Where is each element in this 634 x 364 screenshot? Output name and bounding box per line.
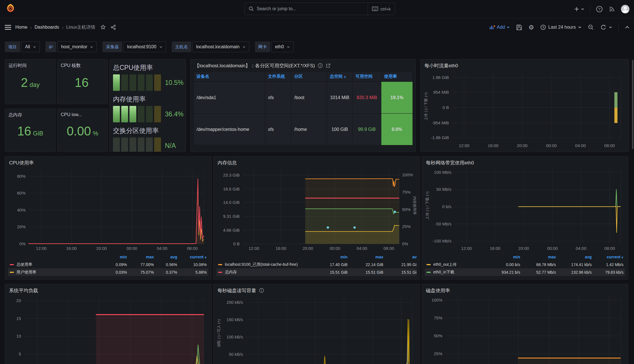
- legend-value: 15.51 GiB: [348, 270, 383, 275]
- panel-title[interactable]: CPU使用率: [8, 159, 208, 167]
- divider: [618, 23, 619, 31]
- panel-title[interactable]: 系统平均负载: [8, 286, 208, 294]
- col-usage[interactable]: 使用率: [381, 72, 413, 82]
- disk-usage-chart[interactable]: 100%75%50%25%0%12:0016:0020:0000:0004:00…: [425, 294, 625, 364]
- panel-title[interactable]: CPU 核数: [60, 62, 105, 70]
- star-icon[interactable]: [100, 24, 106, 30]
- panel-title[interactable]: 运行时间: [8, 62, 53, 70]
- svg-text:50 Mb/s: 50 Mb/s: [436, 187, 451, 192]
- legend-col-min[interactable]: min: [312, 255, 348, 259]
- top-nav-bar: Search or jump to... ctrl+k ?: [0, 0, 634, 18]
- breadcrumb-dashboards[interactable]: Dashboards: [35, 25, 59, 30]
- network-bandwidth-chart[interactable]: 上传 (-) / 下载 (+) 100 Mb/s50 Mb/s0 b/s-50 …: [425, 167, 625, 252]
- variable-select-project[interactable]: All: [21, 41, 40, 52]
- settings-gear-icon[interactable]: ⚙: [528, 24, 534, 31]
- col-device[interactable]: 设备名: [194, 72, 265, 82]
- cell-fs: xfs: [265, 114, 291, 145]
- col-filesystem[interactable]: 文件系统: [265, 72, 291, 82]
- svg-text:4.66 GiB: 4.66 GiB: [223, 228, 240, 233]
- memory-info-chart[interactable]: 内存使用率 23.3 GiB18.6 GiB14.0 GiB9.31 GiB4.…: [216, 167, 417, 252]
- system-load-chart[interactable]: 2015105012:0016:0020:0000:0004:0008:00: [8, 294, 208, 364]
- panel-title[interactable]: 磁盘使用率: [425, 286, 625, 294]
- legend-row: 用户使用率0.03%75.07%0.37%5.88%: [8, 268, 208, 276]
- panel-disk-usage: 磁盘使用率 100%75%50%25%0%12:0016:0020:0000:0…: [422, 284, 628, 364]
- collapse-up-icon[interactable]: [625, 26, 629, 29]
- panel-title[interactable]: 【localhost.localdomain】：各分区可用空间(EXT.*/XF…: [193, 62, 413, 70]
- series-name[interactable]: 总使用率: [16, 262, 32, 267]
- legend-col-max[interactable]: max: [520, 255, 556, 259]
- help-icon[interactable]: ?: [596, 6, 603, 12]
- panel-title[interactable]: CPU iow...: [60, 111, 105, 118]
- search-input[interactable]: Search or jump to... ctrl+k: [244, 3, 395, 15]
- disk-io-chart[interactable]: 读取 (-) / 写入 (+) 200 kB/s150 kB/s100 kB/s…: [216, 294, 417, 364]
- menu-icon[interactable]: [5, 24, 11, 30]
- legend-col-min[interactable]: min: [101, 255, 127, 259]
- cell-mount: /boot: [291, 82, 327, 114]
- panel-title[interactable]: 每秒网络带宽使用eth0: [425, 159, 625, 167]
- panel-network-bandwidth: 每秒网络带宽使用eth0 上传 (-) / 下载 (+) 100 Mb/s50 …: [422, 156, 628, 280]
- series-name[interactable]: eth0_in下载: [433, 270, 454, 275]
- legend-col-avg[interactable]: avg: [383, 255, 417, 259]
- svg-text:20:00: 20:00: [517, 143, 528, 148]
- cell-device: /dev/mapper/centos-home: [194, 114, 265, 145]
- series-name[interactable]: eth0_out上传: [433, 262, 457, 267]
- add-button[interactable]: Add: [489, 25, 510, 30]
- series-color-swatch: [426, 272, 431, 273]
- series-color-swatch: [426, 264, 431, 265]
- panel-title[interactable]: 每秒磁盘读写容量: [216, 286, 417, 294]
- legend-col-current[interactable]: current∨: [177, 255, 207, 259]
- panel-title[interactable]: 总内存: [8, 111, 53, 119]
- breadcrumb-home[interactable]: Home: [15, 25, 28, 30]
- svg-text:50 kB/s: 50 kB/s: [229, 352, 243, 357]
- cell-device: /dev/sda1: [194, 82, 265, 114]
- new-button[interactable]: [574, 7, 584, 12]
- info-icon[interactable]: [318, 63, 323, 68]
- hourly-traffic-chart[interactable]: 上传 (-) / 下载 (+) 1.86 GiB954 MiB0 B-954 M…: [423, 71, 626, 149]
- time-range-picker[interactable]: Last 24 hours: [540, 24, 581, 30]
- svg-text:100%: 100%: [432, 298, 442, 302]
- grafana-logo[interactable]: [6, 3, 15, 12]
- panel-title[interactable]: 每小时流量eth0: [423, 62, 626, 70]
- user-avatar[interactable]: [621, 5, 629, 13]
- variable-select-collector[interactable]: localhost:9100: [123, 41, 166, 52]
- series-name[interactable]: 用户使用率: [16, 270, 36, 275]
- uptime-value: 2day: [5, 76, 55, 90]
- series-name[interactable]: localhost:9100_已用(total-cache-buf-free): [225, 262, 298, 267]
- share-icon[interactable]: [110, 24, 116, 30]
- panel-title[interactable]: 内存信息: [216, 159, 417, 167]
- legend-col-avg[interactable]: avg: [556, 255, 592, 259]
- svg-text:60%: 60%: [17, 191, 26, 195]
- gauge-cell: [146, 106, 153, 122]
- news-rss-icon[interactable]: [608, 6, 615, 12]
- variable-select-hostname[interactable]: localhost.localdomain: [192, 41, 249, 52]
- save-icon[interactable]: [516, 24, 522, 30]
- series-name[interactable]: 总内存: [225, 270, 237, 275]
- svg-text:12:00: 12:00: [461, 246, 472, 251]
- col-total[interactable]: 总空间∧: [327, 72, 352, 82]
- legend-col-avg[interactable]: avg: [154, 255, 177, 259]
- legend-value: 0.00 b/s: [487, 262, 520, 267]
- col-partition[interactable]: 分区: [291, 72, 327, 82]
- legend-col-current[interactable]: current∨: [592, 255, 623, 259]
- legend-col-max[interactable]: max: [348, 255, 383, 259]
- cpu-cores-value: 16: [57, 76, 108, 90]
- gauge-cell: [154, 74, 161, 91]
- refresh-button[interactable]: [600, 24, 612, 30]
- col-available[interactable]: 可用空间: [353, 72, 381, 82]
- cpu-usage-chart[interactable]: 80%60%40%20%0%12:0016:0020:0000:0004:000…: [8, 167, 208, 252]
- variable-select-nic[interactable]: eth0: [271, 41, 294, 52]
- external-link-icon[interactable]: [326, 63, 331, 68]
- legend-value: 0.09%: [101, 262, 127, 267]
- legend-col-min[interactable]: min: [487, 255, 520, 259]
- variable-select-ip[interactable]: host_monitor: [57, 41, 97, 52]
- svg-text:16:00: 16:00: [275, 246, 286, 251]
- variable-hostname: 主机名 localhost.localdomain: [172, 41, 249, 52]
- info-icon[interactable]: [259, 288, 264, 293]
- zoom-out-icon[interactable]: [588, 24, 594, 30]
- breadcrumb: Home › Dashboards › Linux主机详情: [15, 24, 116, 30]
- svg-text:00:00: 00:00: [546, 143, 557, 148]
- legend-col-max[interactable]: max: [127, 255, 154, 259]
- table-row: /dev/sda1xfs/boot1014 MiB820.3 MiB19.1%: [194, 82, 413, 114]
- gauge-swap-usage: 交换分区使用率 N/A: [113, 126, 182, 152]
- page-scrollbar[interactable]: [632, 60, 633, 149]
